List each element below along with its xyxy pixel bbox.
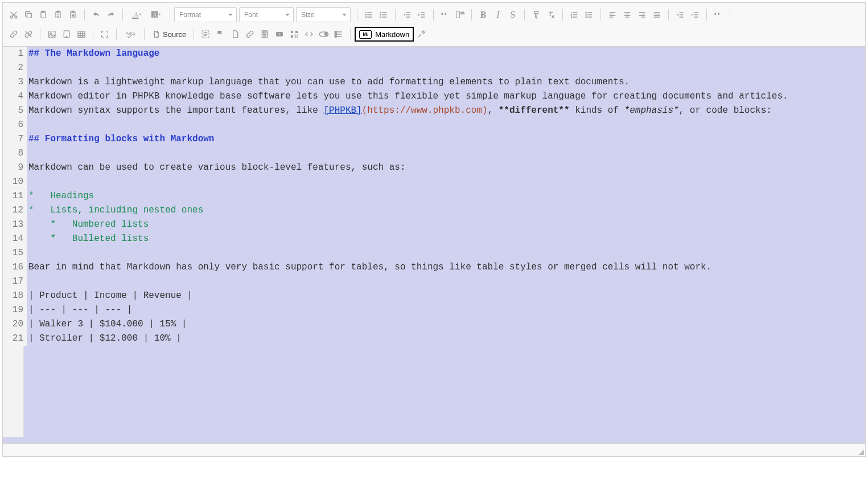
paste-word-icon[interactable] bbox=[65, 7, 80, 22]
bulleted-list-icon-2[interactable] bbox=[582, 7, 597, 22]
undo-icon[interactable] bbox=[89, 7, 104, 22]
flag-icon[interactable] bbox=[213, 27, 228, 42]
strike-icon[interactable]: S bbox=[505, 7, 520, 22]
line-content[interactable]: Markdown syntax supports the important f… bbox=[27, 104, 772, 118]
align-left-icon[interactable] bbox=[605, 7, 620, 22]
cut-icon[interactable] bbox=[6, 7, 21, 22]
eyedropper-icon[interactable] bbox=[414, 27, 429, 42]
line-content[interactable] bbox=[27, 118, 34, 132]
line-content[interactable]: Markdown can be used to create various b… bbox=[27, 161, 406, 175]
qrcode-icon[interactable] bbox=[287, 27, 302, 42]
line-content[interactable]: Markdown is a lightweight markup languag… bbox=[27, 75, 630, 89]
line-content[interactable]: * Numbered lists bbox=[27, 218, 149, 232]
markdown-button[interactable]: M↓ Markdown bbox=[355, 27, 414, 42]
blockquote-icon-2[interactable] bbox=[711, 7, 726, 22]
toolbar-separator bbox=[194, 28, 194, 40]
line-content[interactable]: * Lists, including nested ones bbox=[27, 203, 203, 218]
code-line: 10 bbox=[3, 175, 865, 189]
svg-rect-2 bbox=[27, 13, 31, 18]
remove-format-icon[interactable] bbox=[544, 7, 558, 22]
line-number: 18 bbox=[3, 289, 27, 303]
anchor-icon[interactable] bbox=[228, 27, 242, 42]
line-number: 4 bbox=[3, 89, 27, 104]
paste-icon[interactable] bbox=[36, 7, 51, 22]
svg-rect-39 bbox=[291, 35, 293, 38]
tablet-icon[interactable] bbox=[59, 27, 74, 42]
image-icon[interactable] bbox=[44, 27, 59, 42]
calculator-icon[interactable] bbox=[257, 27, 272, 42]
link-icon-2[interactable] bbox=[242, 27, 257, 42]
code-line: 1## The Markdown language bbox=[3, 47, 865, 61]
table-icon[interactable] bbox=[74, 27, 89, 42]
line-content[interactable]: Bear in mind that Markdown has only very… bbox=[27, 260, 711, 275]
line-content[interactable] bbox=[27, 246, 34, 260]
svg-rect-38 bbox=[295, 31, 298, 33]
code-line: 20| Walker 3 | $104.000 | 15% | bbox=[3, 317, 865, 332]
toolbar-separator bbox=[122, 9, 123, 21]
italic-icon[interactable]: I bbox=[491, 7, 505, 22]
line-content[interactable] bbox=[27, 175, 34, 189]
svg-point-45 bbox=[325, 33, 328, 36]
maximize-icon[interactable] bbox=[97, 27, 112, 42]
line-content[interactable] bbox=[27, 275, 34, 289]
copy-formatting-icon[interactable] bbox=[529, 7, 544, 22]
format-dropdown[interactable]: Format bbox=[174, 7, 237, 22]
svg-rect-42 bbox=[295, 36, 296, 38]
line-content[interactable]: ## The Markdown language bbox=[27, 47, 159, 61]
blockquote-icon[interactable] bbox=[438, 7, 452, 22]
code-line: 4Markdown editor in PHPKB knowledge base… bbox=[3, 89, 865, 104]
dropdown-label: Font bbox=[244, 11, 258, 19]
font-dropdown[interactable]: Font bbox=[239, 7, 294, 22]
line-content[interactable]: Markdown editor in PHPKB knowledge base … bbox=[27, 89, 788, 104]
unlink-icon[interactable] bbox=[21, 27, 36, 42]
svg-text:A: A bbox=[153, 11, 157, 18]
spellcheck-icon[interactable]: ABC bbox=[121, 27, 140, 42]
link-icon[interactable] bbox=[6, 27, 21, 42]
redo-icon[interactable] bbox=[104, 7, 118, 22]
outdent-icon-2[interactable] bbox=[673, 7, 688, 22]
line-content[interactable]: | Product | Income | Revenue | bbox=[27, 289, 192, 303]
status-bar bbox=[3, 443, 865, 456]
form-icon[interactable] bbox=[331, 27, 346, 42]
numbered-list-icon-2[interactable] bbox=[567, 7, 582, 22]
source-button[interactable]: Source bbox=[149, 27, 190, 41]
svg-rect-43 bbox=[297, 36, 298, 38]
code-snippet-icon[interactable] bbox=[302, 27, 316, 42]
select-all-icon[interactable] bbox=[198, 27, 213, 42]
code-line: 14 * Bulleted lists bbox=[3, 232, 865, 246]
toolbar-separator bbox=[524, 9, 525, 21]
line-content[interactable] bbox=[27, 61, 34, 75]
toggle-icon[interactable] bbox=[316, 27, 331, 42]
bg-color-icon[interactable]: A bbox=[146, 7, 166, 22]
source-label: Source bbox=[163, 30, 186, 39]
copy-icon[interactable] bbox=[21, 7, 36, 22]
svg-point-0 bbox=[10, 16, 13, 18]
markdown-label: Markdown bbox=[375, 30, 409, 39]
svg-point-18 bbox=[586, 12, 586, 13]
outdent-icon[interactable] bbox=[400, 7, 414, 22]
line-content[interactable]: ## Formatting blocks with Markdown bbox=[27, 132, 214, 146]
bold-icon[interactable]: B bbox=[476, 7, 491, 22]
align-justify-icon[interactable] bbox=[649, 7, 664, 22]
line-content[interactable]: | Walker 3 | $104.000 | 15% | bbox=[27, 317, 187, 332]
indent-icon[interactable] bbox=[414, 7, 429, 22]
line-content[interactable] bbox=[27, 146, 34, 161]
line-content[interactable]: | Stroller | $12.000 | 10% | bbox=[27, 332, 182, 346]
line-content[interactable]: | --- | --- | --- | bbox=[27, 303, 132, 317]
line-content[interactable]: * Headings bbox=[27, 189, 94, 203]
line-content[interactable]: * Bulleted lists bbox=[27, 232, 149, 246]
resize-grip-icon[interactable] bbox=[858, 449, 864, 455]
align-center-icon[interactable] bbox=[620, 7, 635, 22]
align-right-icon[interactable] bbox=[635, 7, 649, 22]
youtube-icon[interactable] bbox=[272, 27, 287, 42]
text-color-icon[interactable]: A bbox=[127, 7, 146, 22]
div-icon[interactable]: DIV bbox=[452, 7, 467, 22]
bulleted-list-icon[interactable] bbox=[376, 7, 391, 22]
svg-rect-29 bbox=[264, 32, 266, 33]
size-dropdown[interactable]: Size bbox=[296, 7, 351, 22]
code-editor[interactable]: 1## The Markdown language2 3Markdown is … bbox=[3, 47, 865, 443]
code-line: 11* Headings bbox=[3, 189, 865, 203]
indent-icon-2[interactable] bbox=[688, 7, 702, 22]
paste-text-icon[interactable] bbox=[51, 7, 65, 22]
numbered-list-icon[interactable] bbox=[361, 7, 376, 22]
